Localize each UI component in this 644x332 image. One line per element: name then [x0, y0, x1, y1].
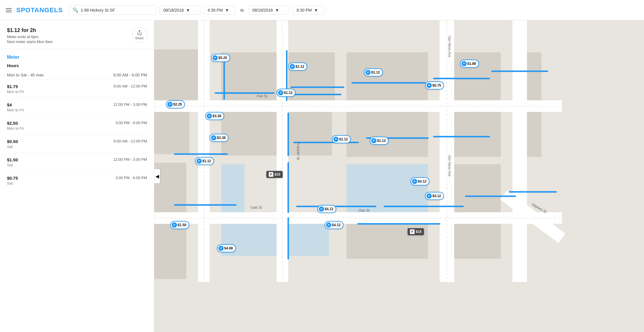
sidebar-toggle-icon: ◀: [155, 174, 159, 179]
parking-pin[interactable]: P$4.12: [325, 221, 344, 229]
franklin-st-label: Franklin St: [296, 142, 300, 160]
rate-time: 9:00 AM - 12:00 PM: [114, 84, 147, 88]
sidebar-toggle[interactable]: ◀: [154, 169, 160, 183]
parking-pin[interactable]: P$2.25: [166, 100, 185, 108]
parking-pin[interactable]: P$4.88: [217, 244, 236, 252]
parking-lot-pin[interactable]: P$15: [266, 171, 283, 178]
search-icon: 🔍: [72, 7, 78, 13]
hours-row: Mon to Sat - 4h max 9:00 AM - 6:00 PM: [7, 70, 147, 80]
pin-price: $1.88: [467, 62, 476, 66]
map[interactable]: Fell St Franklin St Oak St Oak St Van Ne…: [154, 20, 644, 332]
logo: SPOTANGELS: [16, 6, 63, 14]
rate-row: $0.50 Sat 9:00 AM - 12:00 PM: [7, 135, 147, 153]
rate-time: 3:00 PM - 6:00 PM: [116, 176, 147, 180]
pin-icon: P: [213, 55, 218, 60]
hours-title: Hours: [7, 63, 147, 68]
parking-pin[interactable]: P$1.12: [277, 89, 296, 97]
pin-icon: P: [461, 61, 467, 66]
pin-price: $4.12: [325, 207, 333, 211]
svg-rect-5: [154, 221, 186, 279]
parking-pin[interactable]: P$1.12: [364, 68, 383, 76]
meter-section: Meter Hours Mon to Sat - 4h max 9:00 AM …: [0, 49, 154, 190]
rate-time: 12:00 PM - 3:00 PM: [113, 157, 147, 162]
date-to-value: 08/18/2018: [252, 8, 273, 13]
svg-text:Oak St: Oak St: [358, 208, 370, 213]
pin-icon: P: [412, 179, 417, 184]
pin-price: $3.38: [217, 136, 226, 140]
parking-pin[interactable]: P$0.75: [425, 81, 444, 90]
pin-price: $1.12: [296, 65, 304, 69]
rate-price: $0.50: [7, 139, 18, 144]
lot-icon: P: [269, 172, 273, 177]
oak-st-label: Oak St: [250, 205, 262, 210]
parking-pin[interactable]: P$1.12: [288, 63, 307, 71]
date-to-picker[interactable]: 08/18/2018 ▼: [249, 6, 289, 15]
parking-pin[interactable]: P$1.12: [195, 157, 214, 165]
parking-pin[interactable]: P$1.12: [370, 137, 389, 145]
pin-icon: P: [371, 138, 376, 143]
sidebar: $1.12 for 2h Meter ends at 6pm Next mete…: [0, 20, 154, 332]
svg-rect-9: [221, 221, 329, 256]
parking-pin[interactable]: P$1.12: [332, 135, 351, 143]
pin-icon: P: [427, 193, 432, 199]
pin-price: $1.12: [377, 139, 386, 143]
lot-price: $15: [275, 172, 280, 176]
svg-rect-11: [346, 112, 428, 157]
rate-price: $1.75: [7, 84, 24, 89]
time-to-chevron: ▼: [314, 8, 318, 13]
price-summary: $1.12 for 2h Meter ends at 6pm Next mete…: [7, 27, 53, 44]
parking-lot-pin[interactable]: P$15: [408, 228, 424, 235]
share-button[interactable]: Share: [132, 27, 147, 42]
pin-price: $2.25: [173, 102, 182, 106]
rate-left: $0.75 Sat: [7, 176, 18, 185]
rate-left: $0.50 Sat: [7, 139, 18, 149]
parking-pin[interactable]: P$3.38: [205, 112, 224, 120]
search-box[interactable]: 🔍: [69, 5, 156, 15]
pin-price: $1.50: [178, 223, 186, 227]
pin-icon: P: [218, 246, 224, 251]
pin-price: $1.12: [284, 91, 293, 95]
parking-pin[interactable]: P$4.12: [411, 177, 429, 185]
time-from-picker[interactable]: 4:30 PM ▼: [204, 6, 236, 15]
date-from-picker[interactable]: 08/18/2018 ▼: [160, 6, 200, 15]
pin-icon: P: [333, 137, 339, 142]
rate-days: Sat: [7, 181, 18, 185]
time-to-picker[interactable]: 6:30 PM ▼: [293, 6, 325, 15]
time-from-chevron: ▼: [225, 8, 229, 13]
rate-row: $2.50 Mon to Fri 3:00 PM - 6:00 PM: [7, 117, 147, 135]
meter-ends: Meter ends at 6pm: [7, 35, 53, 39]
parking-pin[interactable]: P$1.50: [170, 221, 189, 229]
lot-price: $15: [416, 230, 422, 234]
svg-rect-10: [346, 52, 428, 100]
svg-text:Van Ness Ave: Van Ness Ave: [447, 36, 452, 58]
rate-days: Mon to Fri: [7, 126, 24, 131]
rate-price: $2.50: [7, 121, 24, 126]
rate-left: $1.50 Sat: [7, 157, 18, 167]
pin-price: $4.12: [332, 223, 341, 227]
date-from-value: 08/18/2018: [163, 8, 184, 13]
search-input[interactable]: [81, 8, 152, 13]
parking-pin[interactable]: P$5.25: [211, 54, 230, 62]
rate-price: $4: [7, 102, 24, 107]
parking-pin[interactable]: P$4.12: [317, 205, 336, 213]
map-svg: Fell St Franklin St Oak St Oak St Van Ne…: [154, 20, 644, 332]
rate-days: Sat: [7, 144, 18, 149]
pin-price: $0.75: [432, 83, 441, 88]
rate-left: $2.50 Mon to Fri: [7, 121, 24, 131]
share-label: Share: [135, 36, 144, 40]
rate-days: Sat: [7, 163, 18, 167]
menu-icon[interactable]: [5, 7, 13, 13]
rate-days: Mon to Fri: [7, 108, 24, 112]
rate-left: $4 Mon to Fri: [7, 102, 24, 112]
date-from-chevron: ▼: [186, 8, 190, 13]
pin-icon: P: [167, 102, 173, 107]
parking-pin[interactable]: P$4.12: [425, 192, 444, 200]
parking-pin[interactable]: P$3.38: [210, 134, 229, 142]
rate-row: $1.75 Mon to Fri 9:00 AM - 12:00 PM: [7, 80, 147, 98]
rate-row: $0.75 Sat 3:00 PM - 6:00 PM: [7, 172, 147, 190]
pin-icon: P: [319, 206, 324, 212]
rate-left: $1.75 Mon to Fri: [7, 84, 24, 94]
header: SPOTANGELS 🔍 08/18/2018 ▼ 4:30 PM ▼ to 0…: [0, 0, 644, 20]
parking-pin[interactable]: P$1.88: [460, 60, 479, 68]
pin-price: $1.12: [339, 137, 348, 141]
